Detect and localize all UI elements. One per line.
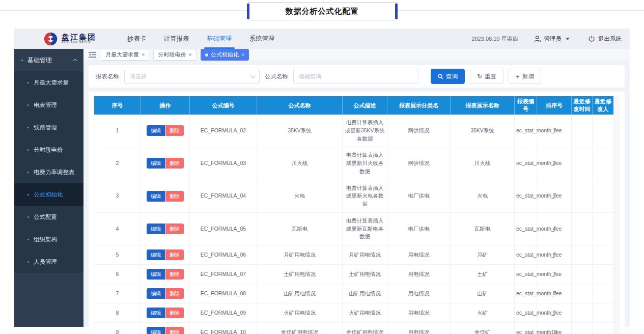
- app-header: 盘江集团 FANJIANG GROUP 抄表卡 计算报表 基础管理 系统管理: [14, 29, 630, 49]
- search-button[interactable]: 查询: [431, 69, 465, 84]
- cell-actions: 编辑删除: [141, 265, 190, 284]
- cell-formula-desc: 电费计算表插入或更新火电各数据: [343, 180, 387, 212]
- delete-button[interactable]: 删除: [165, 249, 184, 260]
- delete-button[interactable]: 删除: [165, 288, 184, 299]
- cell-seq: 7: [94, 284, 141, 303]
- cell-report-category: 电厂供电: [387, 180, 451, 212]
- cell-formula-name: 火电: [257, 180, 343, 212]
- cell-report-code: ec_stat_month_fee: [515, 265, 537, 284]
- delete-button[interactable]: 删除: [165, 327, 184, 334]
- delete-button[interactable]: 删除: [165, 191, 184, 202]
- cell-report-category: 电厂供电: [387, 212, 451, 245]
- cell-report-category: 用电情况: [387, 284, 451, 303]
- edit-button[interactable]: 编辑: [147, 327, 165, 334]
- table-header-cell: 公式编号: [190, 96, 257, 115]
- delete-button[interactable]: 删除: [165, 308, 184, 318]
- top-nav-item[interactable]: 基础管理: [198, 29, 241, 49]
- report-name-select[interactable]: 请选择: [124, 69, 260, 84]
- cell-report-code: ec_stat_month_fee: [515, 115, 537, 147]
- cell-report-show-name: 瓦斯电: [451, 212, 515, 245]
- tabs: 月最大需求量 分时段电价 公式初始化: [101, 49, 249, 61]
- cell-formula-name: 川火线: [257, 147, 343, 180]
- cell-modified-by: [593, 147, 613, 180]
- cell-modified-by: [593, 284, 613, 303]
- table-header-cell: 排序号: [537, 96, 572, 115]
- edit-button[interactable]: 编辑: [147, 191, 165, 202]
- cell-report-category: 用电情况: [387, 265, 451, 284]
- bullet-dot-icon: [27, 127, 29, 128]
- top-nav-item-label: 计算报表: [164, 35, 189, 43]
- table-row: 9 编辑删除 EC_FORMULA_10 金佳矿用电情况 金佳矿用电情况 用电情…: [94, 323, 613, 334]
- table-row: 8 编辑删除 EC_FORMULA_09 火矿用电情况 火矿用电情况 用电情况 …: [94, 303, 613, 323]
- delete-button[interactable]: 删除: [165, 224, 184, 234]
- logout-button[interactable]: 退出系统: [588, 35, 622, 43]
- bullet-dot-icon: [27, 172, 29, 173]
- cell-formula-code: EC_FORMULA_06: [190, 245, 257, 265]
- sidebar-item[interactable]: 公式初始化: [14, 183, 83, 206]
- cell-seq: 8: [94, 303, 141, 323]
- cell-actions: 编辑删除: [141, 245, 190, 265]
- cell-modified-time: [572, 115, 593, 147]
- edit-button[interactable]: 编辑: [147, 249, 165, 260]
- delete-button[interactable]: 删除: [165, 269, 184, 280]
- cell-modified-by: [593, 323, 613, 334]
- brand-text: 盘江集团 FANJIANG GROUP: [62, 33, 96, 44]
- edit-button[interactable]: 编辑: [147, 288, 165, 299]
- sidebar-item[interactable]: 公式配置: [14, 206, 83, 228]
- sidebar-item[interactable]: 电表管理: [14, 94, 83, 116]
- top-nav-item[interactable]: 计算报表: [155, 29, 198, 49]
- tab-close-icon[interactable]: [188, 52, 191, 58]
- collapse-menu-icon[interactable]: [89, 51, 96, 58]
- sidebar-item[interactable]: 分时段电价: [14, 138, 83, 161]
- cell-formula-name: 山矿用电情况: [257, 284, 343, 303]
- table-wrap: 序号 操作 公式编号 公式名称 公式描述: [94, 96, 620, 334]
- refresh-icon: [477, 73, 482, 80]
- reset-button[interactable]: 重置: [470, 69, 503, 84]
- top-nav-item[interactable]: 抄表卡: [119, 29, 155, 49]
- edit-button[interactable]: 编辑: [147, 308, 165, 318]
- add-button[interactable]: 新增: [509, 69, 541, 84]
- cell-formula-desc: 土矿用电情况: [343, 265, 387, 284]
- table-body: 1 编辑删除 EC_FORMULA_02 35KV系统 电费计算表插入或更新35…: [94, 115, 613, 334]
- sidebar-item-label: 公式初始化: [34, 191, 63, 199]
- sidebar-item[interactable]: 人员管理: [14, 250, 83, 273]
- tab[interactable]: 分时段电价: [153, 49, 196, 61]
- sidebar-item[interactable]: 组织架构: [14, 228, 83, 250]
- cell-formula-desc: 金佳矿用电情况: [343, 323, 387, 334]
- cell-formula-desc: 电费计算表插入或更新35KV系统各数据: [343, 115, 387, 147]
- top-nav-item[interactable]: 系统管理: [241, 29, 284, 49]
- sidebar-item[interactable]: 月最大需求量: [14, 71, 83, 94]
- add-button-label: 新增: [522, 73, 534, 80]
- tab-close-icon[interactable]: [142, 52, 145, 58]
- cell-formula-desc: 火矿用电情况: [343, 303, 387, 323]
- sidebar-item-label: 公式配置: [34, 213, 57, 221]
- edit-button[interactable]: 编辑: [147, 158, 165, 169]
- sidebar-item[interactable]: 线路管理: [14, 116, 83, 138]
- user-menu[interactable]: 管理员: [534, 35, 570, 43]
- cell-actions: 编辑删除: [141, 180, 190, 212]
- content: 报表名称 请选择 公式名称 查询: [83, 61, 630, 334]
- cell-modified-time: [572, 212, 593, 245]
- formula-name-input[interactable]: [293, 69, 418, 84]
- sidebar-item[interactable]: 电费力率调整表: [14, 161, 83, 183]
- tab-close-icon[interactable]: [241, 52, 244, 58]
- brand-logo-icon: [43, 32, 58, 46]
- table-row: 7 编辑删除 EC_FORMULA_08 山矿用电情况 山矿用电情况 用电情况 …: [94, 284, 613, 303]
- sidebar-group-basic-management[interactable]: 基础管理: [14, 49, 83, 71]
- edit-button[interactable]: 编辑: [147, 224, 165, 234]
- delete-button[interactable]: 删除: [165, 125, 184, 136]
- sidebar-item-label: 月最大需求量: [34, 79, 69, 87]
- chevron-down-icon: [250, 73, 256, 78]
- delete-button[interactable]: 删除: [165, 158, 184, 169]
- edit-button[interactable]: 编辑: [147, 269, 165, 280]
- edit-button[interactable]: 编辑: [147, 125, 165, 136]
- sidebar-item-label: 电费力率调整表: [34, 169, 75, 176]
- plus-icon: [516, 73, 520, 80]
- cell-report-show-name: 山矿: [451, 284, 515, 303]
- table-header-cell: 报表展示名称: [451, 96, 515, 115]
- main-area: 月最大需求量 分时段电价 公式初始化: [83, 49, 630, 327]
- tab[interactable]: 公式初始化: [201, 49, 249, 61]
- cell-report-category: 用电情况: [387, 303, 451, 323]
- tab[interactable]: 月最大需求量: [101, 49, 149, 61]
- cell-report-code: ec_stat_month_fee: [515, 284, 537, 303]
